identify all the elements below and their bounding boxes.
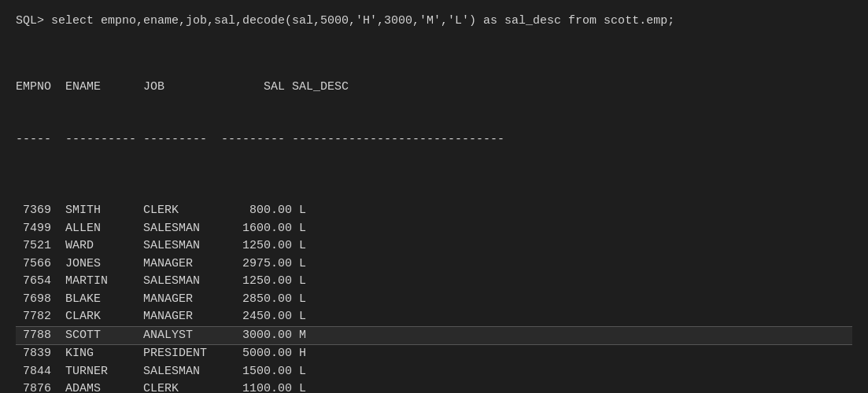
table-container: EMPNO ENAME JOB SAL SAL_DESC ----- -----… bbox=[16, 43, 852, 394]
table-row: 7782 CLARK MANAGER 2450.00 L bbox=[16, 308, 852, 326]
sql-terminal: SQL> select empno,ename,job,sal,decode(s… bbox=[16, 13, 852, 393]
table-row: 7654 MARTIN SALESMAN 1250.00 L bbox=[16, 273, 852, 291]
table-row: 7369 SMITH CLERK 800.00 L bbox=[16, 202, 852, 220]
table-row: 7698 BLAKE MANAGER 2850.00 L bbox=[16, 291, 852, 309]
sql-command: SQL> select empno,ename,job,sal,decode(s… bbox=[16, 13, 852, 31]
table-row: 7566 JONES MANAGER 2975.00 L bbox=[16, 255, 852, 274]
table-row: 7844 TURNER SALESMAN 1500.00 L bbox=[16, 363, 852, 381]
table-row: 7499 ALLEN SALESMAN 1600.00 L bbox=[16, 220, 852, 238]
table-separator: ----- ---------- --------- --------- ---… bbox=[16, 131, 852, 149]
table-row: 7876 ADAMS CLERK 1100.00 L bbox=[16, 380, 852, 393]
table-row: 7521 WARD SALESMAN 1250.00 L bbox=[16, 237, 852, 255]
table-header: EMPNO ENAME JOB SAL SAL_DESC bbox=[16, 79, 852, 97]
table-row: 7839 KING PRESIDENT 5000.00 H bbox=[16, 345, 852, 363]
table-row: 7788 SCOTT ANALYST 3000.00 M bbox=[16, 326, 852, 346]
